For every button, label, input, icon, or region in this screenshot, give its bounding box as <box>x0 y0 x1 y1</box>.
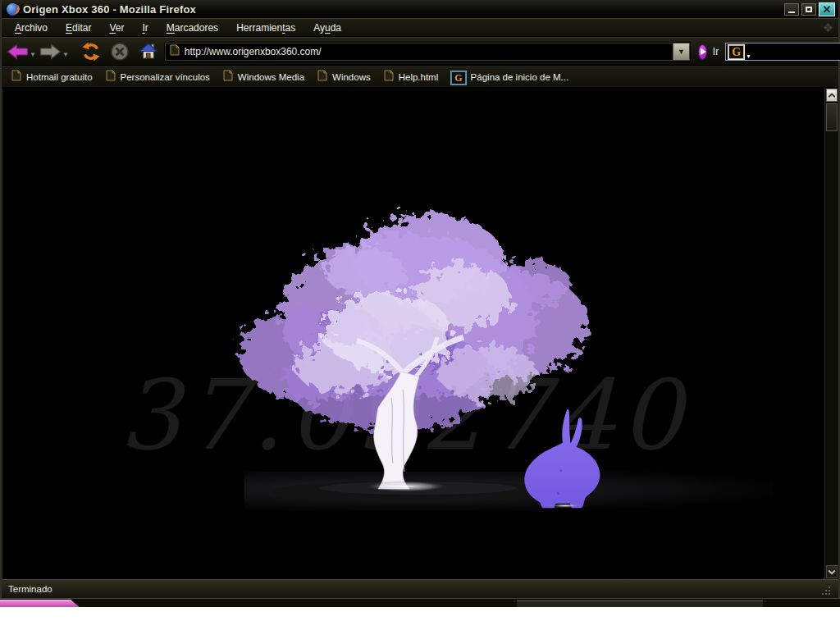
close-icon: ✕ <box>823 4 832 15</box>
screenshot-root: Origen Xbox 360 - Mozilla Firefox ✕ Arch… <box>0 0 840 630</box>
bookmark-item[interactable]: Help.html <box>379 68 444 86</box>
close-button[interactable]: ✕ <box>819 2 835 16</box>
home-icon <box>138 42 158 62</box>
page-icon <box>384 70 394 84</box>
bookmark-item[interactable]: G Página de inicio de M... <box>446 68 573 86</box>
bookmark-item[interactable]: Personalizar vínculos <box>101 68 215 86</box>
bookmarks-toolbar: Hotmail gratuito Personalizar vínculos W… <box>2 66 838 88</box>
page-content: 37.092740 <box>2 88 838 579</box>
title-bar: Origen Xbox 360 - Mozilla Firefox ✕ <box>2 0 838 18</box>
bookmark-item[interactable]: Windows Media <box>218 68 309 86</box>
rabbit-shadow <box>534 502 596 509</box>
status-text: Terminado <box>8 584 821 594</box>
throbber-icon: ❖ <box>823 21 833 34</box>
page-icon <box>11 70 21 84</box>
menu-item-editar[interactable]: Editar <box>57 21 99 35</box>
bookmark-label: Help.html <box>399 72 439 82</box>
rabbit-silhouette <box>524 409 600 508</box>
page-icon <box>317 70 327 84</box>
go-label: Ir <box>713 46 719 57</box>
forward-button[interactable] <box>39 43 62 60</box>
bookmark-item[interactable]: Hotmail gratuito <box>7 68 98 86</box>
stop-icon <box>110 42 130 62</box>
chevron-down-icon <box>827 567 837 577</box>
menu-item-ir[interactable]: Ir <box>134 21 156 35</box>
url-input[interactable] <box>185 46 673 57</box>
chevron-up-icon <box>827 90 837 100</box>
vertical-scrollbar[interactable] <box>824 88 838 579</box>
menu-item-marcadores[interactable]: Marcadores <box>158 21 226 35</box>
forward-icon <box>39 43 62 60</box>
search-input[interactable] <box>753 46 840 57</box>
google-search-icon[interactable]: G <box>728 45 744 59</box>
stop-button[interactable] <box>110 42 130 62</box>
address-bar[interactable]: ▼ <box>165 43 690 61</box>
go-play-icon <box>701 48 706 55</box>
taskbar-segment <box>517 600 763 607</box>
bookmark-label: Personalizar vínculos <box>121 72 210 82</box>
search-engine-caret[interactable]: ▼ <box>746 53 751 59</box>
maximize-icon <box>806 7 812 12</box>
search-box[interactable]: G ▼ <box>725 43 840 61</box>
scroll-up-button[interactable] <box>826 89 838 102</box>
menu-item-ver[interactable]: Ver <box>101 21 132 35</box>
bookmark-label: Windows Media <box>238 72 304 82</box>
page-icon <box>223 70 233 84</box>
menu-item-herramientas[interactable]: Herramientas <box>228 21 304 35</box>
navigation-toolbar: ▼ ▼ <box>2 37 838 66</box>
desktop-background <box>0 607 840 630</box>
firefox-logo-icon <box>7 3 19 16</box>
back-button[interactable] <box>7 43 29 60</box>
resize-grip-icon[interactable] <box>821 586 832 596</box>
menu-bar: Archivo Editar Ver Ir Marcadores Herrami… <box>2 18 838 37</box>
scrollbar-thumb[interactable] <box>826 103 838 131</box>
firefox-window: Origen Xbox 360 - Mozilla Firefox ✕ Arch… <box>0 0 840 598</box>
back-icon <box>7 43 29 60</box>
reload-button[interactable] <box>80 42 102 62</box>
bookmark-label: Página de inicio de M... <box>471 72 569 82</box>
taskbar-sliver <box>0 598 840 607</box>
page-icon <box>170 44 180 59</box>
rabbit-image <box>519 408 608 513</box>
window-controls: ✕ <box>784 2 835 16</box>
menu-item-ayuda[interactable]: Ayuda <box>305 21 349 35</box>
bookmark-label: Windows <box>332 72 371 82</box>
status-bar: Terminado <box>2 579 838 598</box>
google-icon: G <box>451 70 465 84</box>
scroll-down-button[interactable] <box>826 565 838 578</box>
url-history-dropdown[interactable]: ▼ <box>673 43 689 60</box>
menu-item-archivo[interactable]: Archivo <box>7 21 56 35</box>
minimize-button[interactable] <box>784 3 799 16</box>
back-dropdown-caret[interactable]: ▼ <box>30 51 36 58</box>
taskbar-pink-item[interactable] <box>0 600 80 607</box>
window-title: Origen Xbox 360 - Mozilla Firefox <box>23 3 784 16</box>
bookmark-item[interactable]: Windows <box>313 68 376 86</box>
home-button[interactable] <box>138 42 158 62</box>
page-icon <box>106 70 116 84</box>
minimize-icon <box>788 11 795 13</box>
forward-dropdown-caret[interactable]: ▼ <box>62 51 69 58</box>
bookmark-label: Hotmail gratuito <box>26 72 93 82</box>
go-button[interactable] <box>698 44 707 60</box>
maximize-button[interactable] <box>801 3 816 16</box>
reload-icon <box>80 42 102 62</box>
